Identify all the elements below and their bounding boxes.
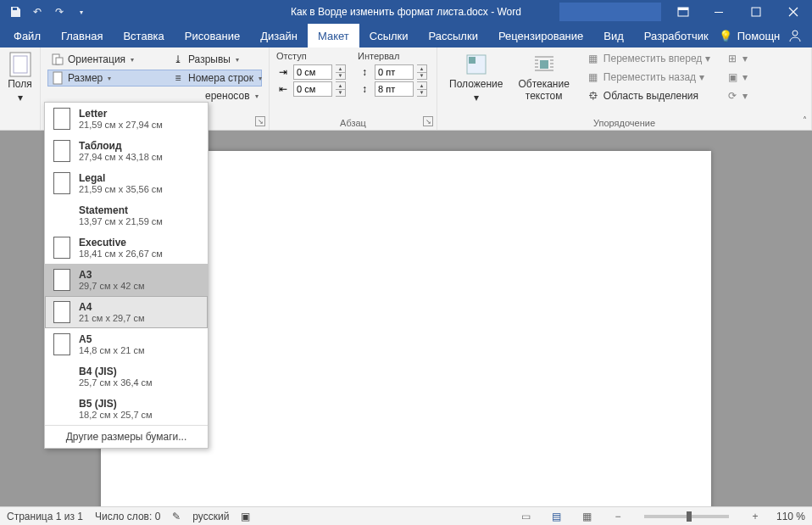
spacing-header: Интервал <box>358 51 427 61</box>
read-mode-icon[interactable]: ▭ <box>517 509 536 524</box>
page-icon <box>53 237 70 259</box>
rotate-button: ⟳▾ <box>722 88 751 103</box>
indent-right-spinner[interactable]: ▲▼ <box>336 81 346 97</box>
collapse-ribbon-icon[interactable]: ˄ <box>803 115 807 125</box>
qat-more-icon[interactable]: ▾ <box>73 3 90 20</box>
breaks-icon: ⤓ <box>171 53 185 66</box>
size-name: A5 <box>79 333 145 345</box>
breaks-button[interactable]: ⤓ Разрывы▾ <box>168 51 265 68</box>
margins-button[interactable]: Поля ▾ <box>7 51 33 105</box>
indent-left-spinner[interactable]: ▲▼ <box>336 64 346 80</box>
paragraph-group-label: Абзац <box>270 118 437 128</box>
tab-draw[interactable]: Рисование <box>175 24 250 47</box>
size-dropdown: Letter21,59 см x 27,94 смТаблоид27,94 см… <box>44 102 209 449</box>
svg-point-4 <box>793 31 798 36</box>
size-dimensions: 21,59 см x 27,94 см <box>79 120 163 130</box>
size-option-b4-jis-[interactable]: B4 (JIS)25,7 см x 36,4 см <box>45 360 208 393</box>
size-dimensions: 21 см x 29,7 см <box>79 313 145 323</box>
group-button: ▣▾ <box>722 70 751 85</box>
spacing-before-spinner[interactable]: ▲▼ <box>417 64 427 80</box>
status-words[interactable]: Число слов: 0 <box>95 511 160 522</box>
status-language[interactable]: русский <box>192 511 229 522</box>
svg-rect-3 <box>752 8 760 16</box>
zoom-out-button[interactable]: − <box>609 509 627 524</box>
indent-left-input[interactable] <box>293 64 332 80</box>
close-button[interactable] <box>775 0 812 24</box>
more-paper-sizes[interactable]: Другие размеры бумаги... <box>45 425 208 448</box>
size-option-letter[interactable]: Letter21,59 см x 27,94 см <box>45 103 208 135</box>
wrap-text-icon <box>532 53 556 76</box>
hyphenation-label: ереносов <box>205 90 250 102</box>
minimize-button[interactable] <box>700 0 737 24</box>
tell-me-label: Помощн <box>737 30 781 42</box>
size-name: Executive <box>79 237 163 249</box>
tab-developer[interactable]: Разработчик <box>634 24 719 47</box>
web-layout-icon[interactable]: ▦ <box>578 509 597 524</box>
page-icon <box>53 140 70 162</box>
tell-me[interactable]: 💡 Помощн <box>719 24 789 47</box>
size-name: B4 (JIS) <box>79 366 153 377</box>
account-box[interactable] <box>559 3 661 21</box>
size-dimensions: 29,7 см x 42 см <box>79 281 145 291</box>
print-layout-icon[interactable]: ▤ <box>548 509 566 524</box>
hyphenation-button[interactable]: ереносов▾ <box>202 88 265 103</box>
orientation-icon <box>51 53 64 66</box>
selection-pane-icon: ⯐ <box>587 89 600 103</box>
tab-view[interactable]: Вид <box>593 24 634 47</box>
size-option-executive[interactable]: Executive18,41 см x 26,67 см <box>45 232 208 264</box>
tab-insert[interactable]: Вставка <box>113 24 174 47</box>
page-icon <box>53 366 70 388</box>
rotate-icon: ⟳ <box>726 89 739 103</box>
spacing-before-input[interactable] <box>375 64 414 80</box>
undo-icon[interactable]: ↶ <box>29 3 46 20</box>
wrap-text-button[interactable]: Обтекание текстом <box>513 51 574 103</box>
tab-file[interactable]: Файл <box>3 24 51 47</box>
ribbon-display-options-icon[interactable] <box>666 0 700 24</box>
page-setup-dialog-launcher[interactable]: ↘ <box>255 116 265 126</box>
size-name: Таблоид <box>79 140 163 152</box>
size-option-a5[interactable]: A514,8 см x 21 см <box>45 328 208 360</box>
tab-review[interactable]: Рецензирование <box>488 24 593 47</box>
window-controls <box>559 0 812 24</box>
tab-layout[interactable]: Макет <box>308 24 359 47</box>
status-page[interactable]: Страница 1 из 1 <box>7 511 83 522</box>
size-option-statement[interactable]: Statement13,97 см x 21,59 см <box>45 199 208 232</box>
svg-rect-8 <box>56 58 63 64</box>
macro-record-icon[interactable]: ▣ <box>241 511 250 522</box>
bring-forward-button: ▦ Переместить вперед▾ <box>583 51 714 66</box>
breaks-label: Разрывы <box>188 53 231 65</box>
save-icon[interactable] <box>7 3 24 20</box>
zoom-in-button[interactable]: + <box>746 509 765 524</box>
share-button[interactable] <box>788 24 812 47</box>
size-option--[interactable]: Таблоид27,94 см x 43,18 см <box>45 135 208 167</box>
paragraph-dialog-launcher[interactable]: ↘ <box>423 116 433 126</box>
size-icon <box>51 71 64 85</box>
size-option-legal[interactable]: Legal21,59 см x 35,56 см <box>45 167 208 199</box>
send-backward-button: ▦ Переместить назад▾ <box>583 70 714 85</box>
tab-design[interactable]: Дизайн <box>250 24 308 47</box>
person-icon <box>788 29 802 42</box>
spacing-after-spinner[interactable]: ▲▼ <box>417 81 427 97</box>
zoom-slider[interactable] <box>644 515 729 518</box>
zoom-level[interactable]: 110 % <box>776 511 805 522</box>
redo-icon[interactable]: ↷ <box>51 3 68 20</box>
tab-mailings[interactable]: Рассылки <box>419 24 488 47</box>
tab-home[interactable]: Главная <box>51 24 113 47</box>
indent-left-icon: ⇥ <box>276 65 290 79</box>
spacing-after-input[interactable] <box>375 81 414 97</box>
size-option-a3[interactable]: A329,7 см x 42 см <box>45 264 208 296</box>
maximize-button[interactable] <box>737 0 775 24</box>
chevron-down-icon: ▾ <box>18 92 23 103</box>
spellcheck-icon[interactable]: ✎ <box>172 511 181 522</box>
size-dimensions: 13,97 см x 21,59 см <box>79 216 163 226</box>
lightbulb-icon: 💡 <box>719 30 732 42</box>
size-option-a4[interactable]: A421 см x 29,7 см <box>45 296 208 328</box>
indent-right-input[interactable] <box>293 81 332 97</box>
tab-references[interactable]: Ссылки <box>359 24 419 47</box>
line-numbers-button[interactable]: ≡ Номера строк▾ <box>168 70 265 87</box>
position-button[interactable]: Положение ▾ <box>444 51 508 105</box>
window-title: Как в Ворде изменить формат листа.docx -… <box>291 6 521 18</box>
size-option-b5-jis-[interactable]: B5 (JIS)18,2 см x 25,7 см <box>45 393 208 425</box>
size-name: Statement <box>79 204 163 216</box>
selection-pane-button[interactable]: ⯐ Область выделения <box>583 88 714 103</box>
